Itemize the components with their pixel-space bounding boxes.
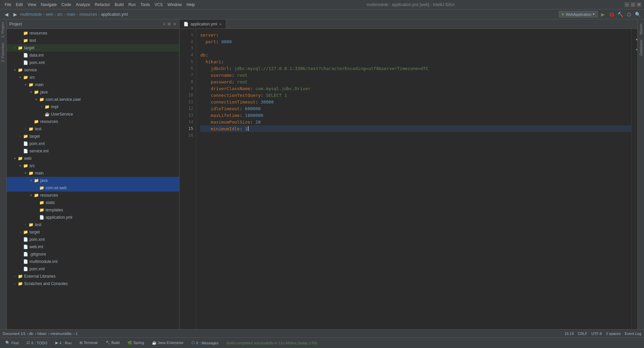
hide-panel-icon[interactable]: ✕ [173,22,176,26]
minimize-button[interactable]: ─ [625,2,629,7]
menu-item-navigate[interactable]: Navigate [39,2,59,8]
breadcrumb-item-5[interactable]: application.yml [101,12,127,17]
breadcrumb-item-2[interactable]: src [57,12,63,17]
tree-item-12[interactable]: ☕UserService [7,111,179,118]
editor-tab-active[interactable]: 📄 application.yml ✕ [179,20,226,28]
bottom-tab-find[interactable]: 🔍 Find [3,340,21,346]
tree-item-14[interactable]: ›📁test [7,125,179,133]
tree-item-25[interactable]: 📁templates [7,206,179,214]
tree-item-19[interactable]: ▾📁src [7,162,179,169]
bottom-tab-terminal[interactable]: ⊞ Terminal [77,340,100,346]
tree-arrow[interactable] [17,60,23,65]
tree-arrow[interactable]: ▾ [12,156,17,161]
bottom-tab-spring[interactable]: 🌿 Spring [125,340,147,346]
coverage-button[interactable]: ⬡ [625,11,633,18]
tree-arrow[interactable] [17,266,23,272]
tree-item-30[interactable]: 📄web.iml [7,243,179,251]
tree-item-6[interactable]: ▾📁service [7,66,179,74]
tree-arrow[interactable]: ▾ [34,97,39,102]
tree-arrow[interactable]: › [12,274,17,279]
build-button[interactable]: 🔨 [616,11,624,18]
menu-item-analyze[interactable]: Analyze [74,2,92,8]
tab-close-icon[interactable]: ✕ [219,22,222,26]
bottom-tab-build[interactable]: 🔨 Build [103,340,122,346]
tree-arrow[interactable]: ▾ [17,163,23,168]
tree-arrow[interactable]: › [12,45,17,51]
tree-arrow[interactable]: ▾ [23,82,28,87]
tree-item-34[interactable]: ›📁External Libraries [7,273,179,280]
tree-item-21[interactable]: ▾📁java [7,177,179,184]
tree-item-22[interactable]: ›📁com.wl.web [7,184,179,192]
tree-item-4[interactable]: 📄data.iml [7,52,179,59]
tree-arrow[interactable]: ▾ [28,89,34,95]
tree-arrow[interactable]: › [17,38,23,43]
tree-item-31[interactable]: 📄.gitignore [7,251,179,258]
tree-item-33[interactable]: 📄pom.xml [7,265,179,273]
nav-forward-button[interactable]: ▶ [11,11,19,18]
status-crlf[interactable]: CRLF [578,332,588,336]
database-side-label[interactable]: Database [638,37,644,58]
tree-item-20[interactable]: ▾📁main [7,169,179,177]
tree-item-9[interactable]: ▾📁java [7,88,179,96]
tree-arrow[interactable] [17,148,23,154]
menu-item-run[interactable]: Run [126,2,138,8]
tree-arrow[interactable]: ▾ [28,193,34,198]
tree-item-1[interactable]: 📁resources [7,29,179,37]
tree-item-18[interactable]: ▾📁web [7,155,179,162]
tree-item-35[interactable]: ›📁Scratches and Consoles [7,280,179,287]
nav-back-button[interactable]: ◀ [3,11,10,18]
tree-arrow[interactable] [34,215,39,220]
tree-item-23[interactable]: ▾📁resources [7,192,179,199]
tree-arrow[interactable]: › [23,222,28,227]
tree-arrow[interactable] [17,244,23,250]
tree-arrow[interactable]: ▾ [12,67,17,73]
menu-item-edit[interactable]: Edit [14,2,25,8]
menu-item-file[interactable]: File [3,2,13,8]
tree-item-10[interactable]: ▾📁com.wl.service.user [7,96,179,103]
menu-item-tools[interactable]: Tools [139,2,152,8]
menu-item-build[interactable]: Build [113,2,126,8]
tree-item-5[interactable]: 📄pom.xml [7,59,179,66]
tree-item-32[interactable]: 📄multimodule.iml [7,258,179,265]
tree-item-26[interactable]: 📄application.yml [7,214,179,221]
tree-item-7[interactable]: ▾📁src [7,74,179,81]
tree-item-15[interactable]: ›📁target [7,133,179,140]
menu-item-window[interactable]: Window [165,2,184,8]
event-log-button[interactable]: Event Log [625,332,641,336]
tree-arrow[interactable]: ▾ [17,75,23,80]
tree-item-24[interactable]: 📁static [7,199,179,206]
tree-arrow[interactable]: › [39,104,44,110]
tree-item-2[interactable]: ›📁test [7,37,179,44]
tree-item-8[interactable]: ▾📁main [7,81,179,88]
status-position[interactable]: 15:19 [565,332,574,336]
menu-item-code[interactable]: Code [59,2,73,8]
debug-button[interactable]: 🐞 [608,11,615,18]
status-encoding[interactable]: UTF-8 [591,332,602,336]
maven-side-label[interactable]: Maven [638,21,644,37]
tree-arrow[interactable] [17,259,23,264]
search-button[interactable]: 🔍 [634,11,641,18]
menu-item-refactor[interactable]: Refactor [93,2,112,8]
bottom-tab-run[interactable]: ▶ 4: Run [53,340,74,346]
bottom-tab-java-enterprise[interactable]: ☕ Java Enterprise [149,340,186,346]
tree-item-16[interactable]: 📄pom.xml [7,140,179,147]
menu-item-help[interactable]: Help [184,2,197,8]
code-area[interactable]: server: port: 8080 db: hikari: jdbcUrl: … [196,29,631,329]
tree-arrow[interactable] [39,112,44,117]
run-config-selector[interactable]: ▶ WebApplication ▾ [559,11,598,17]
tree-item-29[interactable]: 📄pom.xml [7,236,179,243]
breadcrumb-item-3[interactable]: main [67,12,75,17]
tree-arrow[interactable]: ▾ [23,170,28,176]
tree-arrow[interactable] [17,141,23,146]
tree-arrow[interactable]: › [17,134,23,139]
tree-arrow[interactable] [34,200,39,205]
maximize-button[interactable]: □ [631,2,635,7]
breadcrumb-item-1[interactable]: web [46,12,53,17]
tree-arrow[interactable] [34,207,39,213]
tree-arrow[interactable] [17,30,23,36]
run-button[interactable]: ▶ [599,11,606,18]
tree-arrow[interactable] [28,119,34,124]
tree-arrow[interactable]: › [23,126,28,132]
tree-item-17[interactable]: 📄service.iml [7,147,179,155]
tree-item-11[interactable]: ›📁impl [7,103,179,111]
